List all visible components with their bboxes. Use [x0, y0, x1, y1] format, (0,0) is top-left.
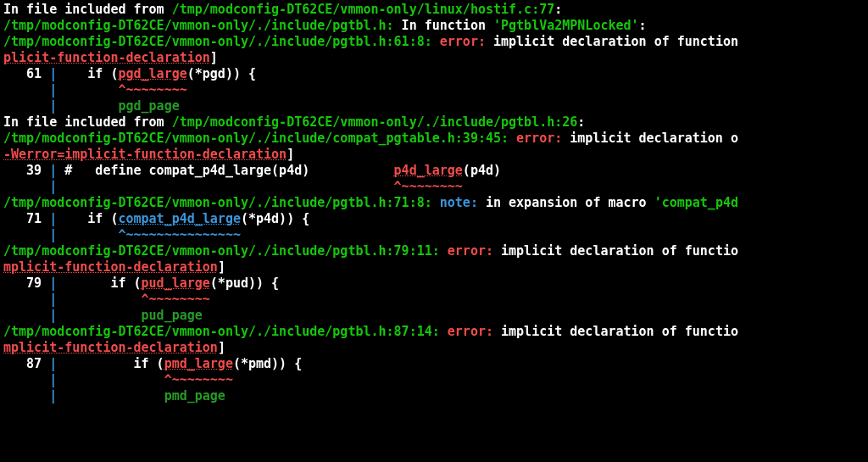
gutter-pipe: |	[49, 308, 57, 323]
line-number: 39	[3, 163, 49, 178]
error-token: pgd_large	[118, 66, 186, 81]
pad	[57, 179, 393, 194]
gutter-pipe: |	[49, 82, 57, 97]
gutter-pad	[3, 308, 49, 323]
pad	[57, 292, 141, 307]
pad	[57, 388, 164, 404]
output-line: /tmp/modconfig-DT62CE/vmmon-only/./inclu…	[3, 243, 738, 259]
output-line: 87 | if (pmd_large(*pmd)) {	[3, 356, 302, 371]
code-segment: (*pud)) {	[210, 276, 279, 291]
output-line: In file included from /tmp/modconfig-DT6…	[3, 114, 585, 130]
file-location: /tmp/modconfig-DT62CE/vmmon-only/./inclu…	[3, 195, 432, 210]
output-line: /tmp/modconfig-DT62CE/vmmon-only/./inclu…	[3, 18, 647, 33]
text-segment: ]	[218, 340, 225, 355]
file-path: /tmp/modconfig-DT62CE/vmmon-only/./inclu…	[172, 114, 578, 130]
error-label: error:	[440, 324, 501, 339]
code-segment: (*p4d)) {	[241, 211, 309, 226]
code-segment: (*pgd)) {	[187, 66, 256, 81]
line-number: 71	[3, 211, 49, 226]
gutter-pipe: |	[49, 276, 57, 291]
gutter-pipe: |	[49, 211, 57, 226]
pad	[57, 227, 118, 242]
line-number: 61	[3, 66, 49, 81]
output-line: | ^~~~~~~~~~~~~~~~	[3, 227, 241, 242]
gutter-pad	[3, 372, 49, 387]
output-line: 39 | # define compat_p4d_large(p4d) p4d_…	[3, 163, 501, 178]
gutter-pad	[3, 292, 49, 307]
gutter-pipe: |	[49, 372, 57, 387]
macro-name: 'compat_p4d	[654, 195, 738, 210]
gutter-pad	[3, 388, 49, 404]
output-line: plicit-function-declaration]	[3, 50, 218, 65]
werror-flag: plicit-function-declaration	[3, 50, 210, 65]
output-line: /tmp/modconfig-DT62CE/vmmon-only/./inclu…	[3, 34, 738, 49]
error-token: p4d_large	[394, 163, 463, 178]
error-token: pmd_large	[164, 356, 233, 371]
caret-underline: ^~~~~~~~~~~~~~~~	[118, 227, 241, 242]
output-line: mplicit-function-declaration]	[3, 340, 225, 355]
output-line: | pmd_page	[3, 388, 225, 404]
function-name: 'PgtblVa2MPNLocked'	[493, 18, 639, 33]
output-line: /tmp/modconfig-DT62CE/vmmon-only/./inclu…	[3, 324, 738, 339]
note-message: in expansion of macro	[486, 195, 654, 210]
suggestion-token: pmd_page	[164, 388, 225, 404]
werror-flag: mplicit-function-declaration	[3, 340, 218, 355]
line-number: 87	[3, 356, 49, 371]
gutter-pipe: |	[49, 163, 57, 178]
output-line: | ^~~~~~~~~	[3, 372, 233, 387]
file-location: /tmp/modconfig-DT62CE/vmmon-only/./inclu…	[3, 131, 509, 146]
output-line: mplicit-function-declaration]	[3, 259, 225, 275]
gutter-pad	[3, 227, 49, 242]
output-line: -Werror=implicit-function-declaration]	[3, 147, 294, 162]
gutter-pipe: |	[49, 388, 57, 404]
werror-flag: -Werror=implicit-function-declaration	[3, 147, 287, 162]
error-message: implicit declaration of functio	[501, 243, 738, 259]
output-line: | ^~~~~~~~~	[3, 82, 187, 97]
output-line: | ^~~~~~~~~	[3, 292, 210, 307]
gutter-pipe: |	[49, 66, 57, 81]
gutter-pipe: |	[49, 98, 57, 114]
text-segment: :	[577, 114, 585, 130]
code-segment: if (	[57, 66, 118, 81]
output-line: | pgd_page	[3, 98, 180, 114]
gutter-pad	[3, 82, 49, 97]
output-line: 61 | if (pgd_large(*pgd)) {	[3, 66, 256, 81]
error-message: implicit declaration of function	[493, 34, 738, 49]
code-segment: # define compat_p4d_large(p4d)	[57, 163, 393, 178]
suggestion-token: pgd_page	[118, 98, 179, 114]
error-token: pud_large	[142, 276, 210, 291]
text-segment: In file included from	[3, 114, 172, 130]
suggestion-token: pud_page	[142, 308, 203, 323]
terminal-output: In file included from /tmp/modconfig-DT6…	[0, 0, 868, 404]
error-label: error:	[509, 131, 570, 146]
gutter-pipe: |	[49, 179, 57, 194]
pad	[57, 372, 164, 387]
text-segment: :	[554, 2, 562, 17]
werror-flag: mplicit-function-declaration	[3, 259, 218, 275]
caret-underline: ^~~~~~~~~	[142, 292, 210, 307]
note-label: note:	[432, 195, 486, 210]
file-path: /tmp/modconfig-DT62CE/vmmon-only/linux/h…	[172, 2, 555, 17]
output-line: | ^~~~~~~~~	[3, 179, 463, 194]
code-segment: if (	[57, 276, 141, 291]
output-line: 79 | if (pud_large(*pud)) {	[3, 276, 279, 291]
text-segment: ]	[287, 147, 294, 162]
caret-underline: ^~~~~~~~~	[394, 179, 463, 194]
output-line: | pud_page	[3, 308, 203, 323]
file-location: /tmp/modconfig-DT62CE/vmmon-only/./inclu…	[3, 243, 440, 259]
error-label: error:	[440, 243, 501, 259]
line-number: 79	[3, 276, 49, 291]
code-segment: if (	[57, 211, 118, 226]
error-message: implicit declaration o	[570, 131, 738, 146]
code-segment: (p4d)	[463, 163, 501, 178]
gutter-pad	[3, 98, 49, 114]
gutter-pipe: |	[49, 292, 57, 307]
output-line: 71 | if (compat_p4d_large(*p4d)) {	[3, 211, 309, 226]
pad	[57, 308, 141, 323]
gutter-pipe: |	[49, 227, 57, 242]
output-line: /tmp/modconfig-DT62CE/vmmon-only/./inclu…	[3, 195, 738, 210]
caret-underline: ^~~~~~~~~	[118, 82, 186, 97]
gutter-pad	[3, 179, 49, 194]
caret-underline: ^~~~~~~~~	[164, 372, 233, 387]
note-token: compat_p4d_large	[118, 211, 241, 226]
